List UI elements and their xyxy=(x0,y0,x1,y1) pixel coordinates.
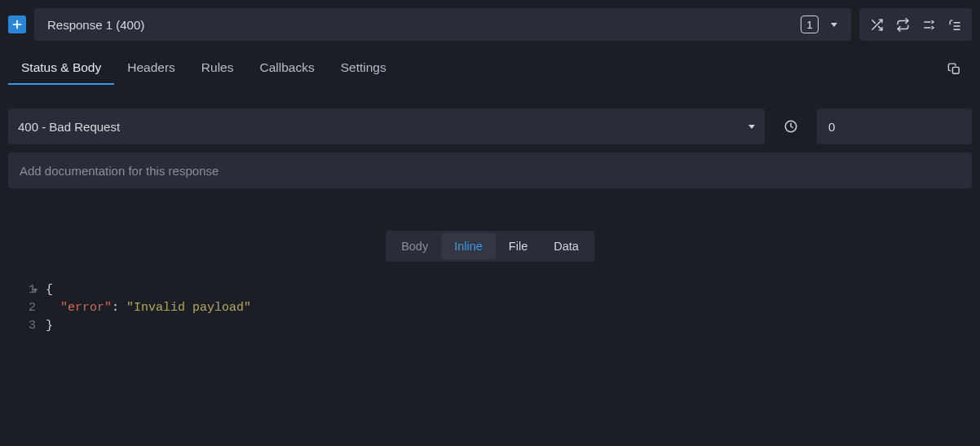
documentation-input[interactable] xyxy=(8,152,972,188)
response-tools-group xyxy=(859,8,972,41)
shuffle-button[interactable] xyxy=(864,12,889,37)
response-title-bar[interactable]: Response 1 (400) 1 xyxy=(34,8,851,41)
tab-status-body[interactable]: Status & Body xyxy=(8,52,114,85)
chevron-down-icon xyxy=(748,125,755,129)
editor-content[interactable]: { "error": "Invalid payload"} xyxy=(46,281,980,335)
indent-icon xyxy=(948,18,962,32)
delay-input[interactable] xyxy=(817,108,972,144)
svg-line-2 xyxy=(872,20,875,23)
tabs-row: Status & Body Headers Rules Callbacks Se… xyxy=(0,41,980,86)
shuffle-icon xyxy=(870,18,884,32)
tab-rules[interactable]: Rules xyxy=(188,52,247,85)
clock-icon xyxy=(784,119,798,134)
status-code-select[interactable]: 400 - Bad Request xyxy=(8,108,765,144)
delay-label-icon xyxy=(773,108,809,144)
tab-settings[interactable]: Settings xyxy=(328,52,400,85)
editor-gutter: 1▼ 2 3 xyxy=(0,281,46,335)
tab-headers[interactable]: Headers xyxy=(114,52,188,85)
copy-icon xyxy=(947,62,961,76)
fold-marker-icon[interactable]: ▼ xyxy=(33,282,38,300)
response-count-badge: 1 xyxy=(801,15,819,33)
indent-button[interactable] xyxy=(942,12,967,37)
body-mode-data[interactable]: Data xyxy=(541,233,592,259)
response-body-editor[interactable]: 1▼ 2 3 { "error": "Invalid payload"} xyxy=(0,281,980,335)
body-mode-group: Body Inline File Data xyxy=(386,231,594,262)
body-mode-label: Body xyxy=(388,233,441,259)
repeat-button[interactable] xyxy=(890,12,915,37)
copy-button[interactable] xyxy=(941,55,967,82)
status-code-value: 400 - Bad Request xyxy=(18,120,748,134)
add-response-button[interactable] xyxy=(8,15,26,33)
collapse-lines-icon xyxy=(922,18,936,32)
chevron-down-icon xyxy=(831,23,837,27)
repeat-icon xyxy=(896,18,910,32)
svg-rect-8 xyxy=(952,67,959,73)
response-title: Response 1 (400) xyxy=(47,18,801,32)
body-mode-file[interactable]: File xyxy=(496,233,541,259)
body-mode-inline[interactable]: Inline xyxy=(441,233,496,259)
response-dropdown-button[interactable] xyxy=(823,14,845,35)
collapse-button[interactable] xyxy=(916,12,941,37)
tab-callbacks[interactable]: Callbacks xyxy=(246,52,327,85)
